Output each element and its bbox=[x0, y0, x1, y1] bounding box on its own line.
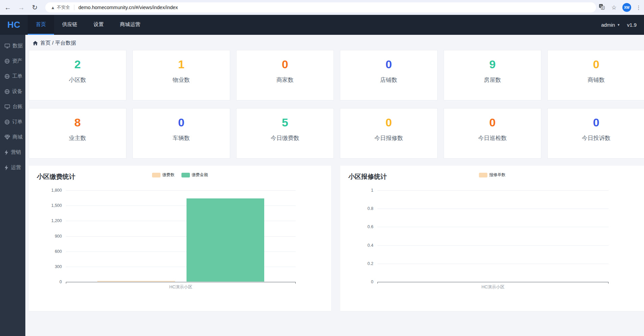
sidebar-item-台账[interactable]: 台账 bbox=[0, 99, 25, 114]
x-axis-line bbox=[66, 282, 296, 282]
url-text: demo.homecommunity.cn/#/views/index/inde… bbox=[78, 5, 178, 10]
y-tick-label: 0 bbox=[371, 280, 377, 284]
tab-供应链[interactable]: 供应链 bbox=[54, 15, 85, 35]
grid-line bbox=[66, 190, 296, 191]
version-label: v1.9 bbox=[627, 22, 637, 28]
stat-card-今日报修数: 0今日报修数 bbox=[340, 108, 438, 159]
breadcrumb-text: 首页 / 平台数据 bbox=[40, 40, 76, 47]
browser-avatar[interactable]: XW bbox=[622, 3, 631, 12]
payment-chart-panel: 小区缴费统计 缴费数缴费金额 1,8001,5001,2009006003000… bbox=[29, 166, 331, 311]
tab-商城运营[interactable]: 商城运营 bbox=[112, 15, 148, 35]
axis-tick bbox=[377, 282, 378, 284]
y-tick-label: 1 bbox=[371, 188, 377, 193]
legend-item[interactable]: 缴费数 bbox=[152, 172, 175, 178]
security-chip[interactable]: ▲︎ 不安全 bbox=[51, 4, 70, 10]
stat-card-小区数: 2小区数 bbox=[29, 50, 126, 100]
legend-swatch bbox=[479, 173, 487, 177]
stat-value: 0 bbox=[386, 57, 392, 71]
sidebar-item-工单[interactable]: 工单 bbox=[0, 69, 25, 84]
bolt-icon bbox=[4, 165, 8, 170]
app-top-nav: HC 首页供应链设置商城运营 admin ▾ v1.9 bbox=[0, 15, 644, 35]
sidebar-item-资产[interactable]: 资产 bbox=[0, 53, 25, 69]
sidebar-item-label: 运营 bbox=[11, 164, 21, 171]
sidebar-item-label: 资产 bbox=[12, 58, 22, 64]
sidebar-item-label: 数据 bbox=[13, 43, 23, 49]
sidebar-item-设备[interactable]: 设备 bbox=[0, 84, 25, 99]
stat-card-商家数: 0商家数 bbox=[236, 50, 334, 100]
url-bar[interactable]: ▲︎ 不安全 demo.homecommunity.cn/#/views/ind… bbox=[45, 2, 596, 13]
stat-value: 0 bbox=[282, 57, 288, 71]
legend-label: 缴费金额 bbox=[192, 172, 208, 178]
repair-chart-panel: 小区报修统计 报修单数 10.80.60.40.20HC演示小区 bbox=[340, 166, 644, 311]
stat-label: 小区数 bbox=[69, 76, 86, 84]
user-dropdown[interactable]: admin ▾ bbox=[601, 22, 619, 28]
globe-icon bbox=[4, 119, 10, 125]
legend-item[interactable]: 缴费金额 bbox=[181, 172, 208, 178]
stat-label: 商家数 bbox=[276, 76, 294, 84]
translate-icon[interactable]: G文 bbox=[598, 4, 605, 11]
browser-menu-icon[interactable]: ⋮ bbox=[636, 4, 641, 11]
back-icon[interactable]: ← bbox=[2, 2, 14, 13]
sidebar-item-营销[interactable]: 营销 bbox=[0, 145, 25, 160]
sidebar-item-运营[interactable]: 运营 bbox=[0, 160, 25, 175]
tab-设置[interactable]: 设置 bbox=[85, 15, 112, 35]
globe-icon bbox=[4, 58, 10, 64]
stat-label: 物业数 bbox=[173, 76, 190, 84]
stat-card-店铺数: 0店铺数 bbox=[340, 50, 438, 100]
chart-legend: 缴费数缴费金额 bbox=[152, 172, 208, 178]
reload-icon[interactable]: ↻ bbox=[29, 2, 41, 13]
sidebar-item-label: 营销 bbox=[11, 149, 21, 155]
omnibox-divider bbox=[74, 5, 74, 10]
globe-icon bbox=[4, 89, 10, 94]
grid-line bbox=[377, 190, 609, 191]
stat-card-今日缴费数: 5今日缴费数 bbox=[236, 108, 334, 159]
bookmark-star-icon[interactable]: ☆ bbox=[610, 4, 618, 11]
sidebar-item-商城[interactable]: 商城 bbox=[0, 129, 25, 145]
grid-line bbox=[377, 245, 609, 246]
app-logo[interactable]: HC bbox=[0, 15, 28, 35]
legend-item[interactable]: 报修单数 bbox=[479, 172, 505, 178]
browser-chrome: ← → ↻ ▲︎ 不安全 demo.homecommunity.cn/#/vie… bbox=[0, 0, 644, 15]
diamond-icon bbox=[4, 135, 10, 140]
sidebar-item-数据[interactable]: 数据 bbox=[0, 38, 25, 53]
stat-card-商铺数: 0商铺数 bbox=[547, 50, 644, 100]
stat-value: 0 bbox=[593, 57, 599, 71]
stat-value: 0 bbox=[489, 115, 496, 129]
stat-card-房屋数: 9房屋数 bbox=[444, 50, 541, 100]
stat-card-车辆数: 0车辆数 bbox=[132, 108, 230, 159]
main-content: 首页 / 平台数据 2小区数1物业数0商家数0店铺数9房屋数0商铺数8业主数0车… bbox=[25, 35, 644, 336]
x-axis-line bbox=[377, 282, 609, 282]
sidebar-item-label: 设备 bbox=[12, 88, 22, 95]
x-axis-label: HC演示小区 bbox=[169, 284, 192, 290]
grid-line bbox=[377, 264, 609, 264]
stat-value: 2 bbox=[74, 57, 81, 71]
warning-icon: ▲︎ bbox=[51, 5, 55, 10]
axis-tick bbox=[608, 282, 609, 284]
sidebar-item-label: 商城 bbox=[13, 134, 23, 140]
stat-value: 5 bbox=[282, 115, 288, 129]
y-tick-label: 1,200 bbox=[51, 218, 66, 223]
breadcrumb[interactable]: 首页 / 平台数据 bbox=[33, 40, 76, 47]
forward-icon[interactable]: → bbox=[16, 2, 27, 13]
home-icon bbox=[33, 41, 38, 46]
sidebar-item-订单[interactable]: 订单 bbox=[0, 114, 25, 129]
chart-legend: 报修单数 bbox=[479, 172, 505, 178]
stat-label: 今日巡检数 bbox=[478, 134, 507, 142]
chart-plot: 10.80.60.40.20HC演示小区 bbox=[377, 190, 609, 282]
y-tick-label: 900 bbox=[55, 234, 66, 239]
chart-bar bbox=[187, 198, 264, 282]
stat-grid: 2小区数1物业数0商家数0店铺数9房屋数0商铺数8业主数0车辆数5今日缴费数0今… bbox=[29, 50, 644, 159]
bolt-icon bbox=[4, 150, 8, 155]
y-tick-label: 1,500 bbox=[51, 203, 66, 208]
y-tick-label: 0.2 bbox=[368, 261, 377, 266]
user-name: admin bbox=[601, 22, 615, 28]
monitor-icon bbox=[4, 104, 10, 110]
tab-首页[interactable]: 首页 bbox=[28, 15, 54, 35]
grid-line bbox=[377, 209, 609, 209]
stat-card-今日投诉数: 0今日投诉数 bbox=[547, 108, 644, 159]
stat-value: 1 bbox=[178, 57, 184, 71]
globe-icon bbox=[4, 74, 10, 79]
stat-value: 8 bbox=[74, 115, 81, 129]
security-label: 不安全 bbox=[57, 4, 70, 10]
stat-card-今日巡检数: 0今日巡检数 bbox=[444, 108, 541, 159]
